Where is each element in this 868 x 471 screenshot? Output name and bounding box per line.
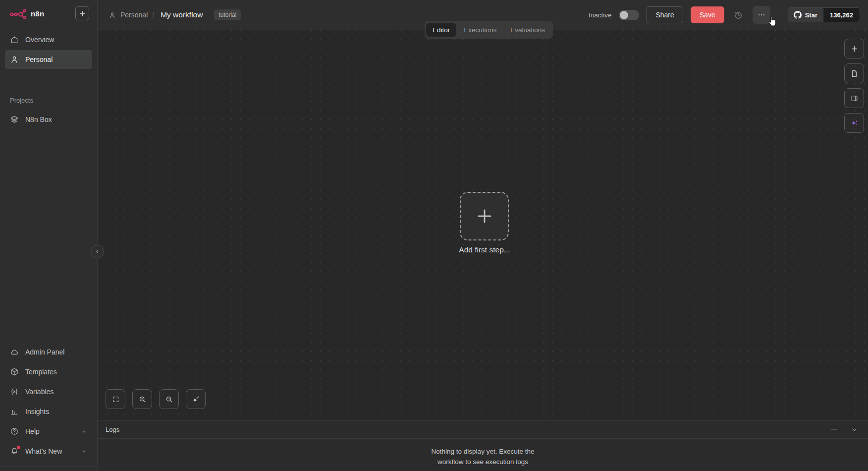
logs-actions — [828, 424, 860, 435]
logs-collapse-button[interactable] — [849, 424, 860, 435]
n8n-app: n8n Overview Personal Proje — [0, 0, 868, 471]
document-icon — [850, 69, 859, 78]
tab-executions[interactable]: Executions — [457, 23, 503, 37]
panel-split-line — [545, 30, 545, 420]
logs-menu-button[interactable] — [828, 424, 840, 435]
ellipsis-icon — [757, 10, 766, 19]
help-icon — [10, 427, 19, 436]
breadcrumb-project[interactable]: Personal — [120, 11, 148, 19]
sidebar-item-label: Variables — [25, 388, 54, 396]
save-button[interactable]: Save — [691, 6, 724, 23]
logs-body: Nothing to display yet. Execute the work… — [98, 439, 868, 467]
workflow-canvas[interactable]: Add first step... — [98, 30, 868, 420]
ellipsis-icon — [830, 426, 838, 433]
sidebar-item-n8n-box[interactable]: N8n Box — [5, 110, 92, 129]
activation-toggle[interactable] — [619, 10, 639, 20]
sparkles-icon — [850, 118, 859, 128]
sidebar-logo-row: n8n — [0, 0, 97, 24]
sidebar-item-label: N8n Box — [25, 116, 52, 123]
user-icon — [10, 55, 19, 64]
github-star-label: Star — [805, 11, 817, 19]
sidebar-item-label: Admin Panel — [25, 348, 64, 356]
workflow-tabs: Editor Executions Evaluations — [425, 21, 553, 39]
sidebar: n8n Overview Personal Proje — [0, 0, 98, 471]
logs-title: Logs — [106, 426, 119, 433]
ai-assistant-button[interactable] — [844, 113, 864, 133]
workflow-title[interactable]: My workflow — [161, 10, 203, 19]
tab-evaluations[interactable]: Evaluations — [504, 23, 551, 37]
header-actions: Inactive Share Save — [589, 6, 860, 24]
logs-panel: Logs Nothing to display yet. Execute the… — [98, 420, 868, 471]
layers-icon — [10, 115, 19, 124]
sidebar-item-label: Help — [25, 427, 40, 435]
zoom-to-fit-button[interactable] — [106, 389, 125, 409]
zoom-out-icon — [165, 395, 173, 404]
plus-icon — [474, 205, 495, 227]
sidebar-item-insights[interactable]: Insights — [5, 402, 92, 421]
add-first-step-label: Add first step... — [439, 245, 530, 254]
n8n-logo[interactable]: n8n — [10, 8, 44, 19]
sidebar-item-personal[interactable]: Personal — [5, 50, 92, 69]
sidebar-item-variables[interactable]: Variables — [5, 382, 92, 401]
notification-dot — [17, 446, 20, 449]
share-button[interactable]: Share — [647, 6, 683, 23]
activation-status-label: Inactive — [589, 11, 612, 19]
github-star-button[interactable]: Star — [788, 8, 823, 22]
sidebar-item-whats-new[interactable]: What's New — [5, 442, 92, 461]
tab-editor[interactable]: Editor — [426, 23, 456, 37]
plus-icon — [79, 10, 86, 17]
zoom-in-button[interactable] — [132, 389, 152, 409]
sidebar-item-label: What's New — [25, 447, 62, 455]
n8n-logo-icon — [10, 8, 27, 19]
chevron-down-icon — [81, 448, 87, 455]
workflow-menu-button[interactable] — [753, 6, 770, 24]
tidy-up-button[interactable] — [186, 389, 206, 409]
add-workflow-button[interactable] — [75, 6, 89, 20]
sidebar-item-admin-panel[interactable]: Admin Panel — [5, 343, 92, 361]
sidebar-spacer — [0, 130, 97, 342]
home-icon — [10, 35, 19, 44]
project-icon — [108, 11, 116, 19]
plus-icon — [850, 45, 859, 53]
chevron-left-icon — [95, 249, 100, 254]
sidebar-item-label: Insights — [25, 408, 49, 415]
github-icon — [794, 11, 802, 19]
sidebar-item-label: Templates — [25, 368, 57, 376]
workflow-history-button[interactable] — [732, 8, 745, 22]
sidebar-item-overview[interactable]: Overview — [5, 30, 92, 49]
sidebar-item-help[interactable]: Help — [5, 422, 92, 441]
breadcrumb-separator: / — [152, 11, 154, 19]
zoom-out-button[interactable] — [159, 389, 179, 409]
package-icon — [10, 367, 19, 376]
fit-view-icon — [111, 395, 120, 404]
cloud-icon — [10, 348, 19, 356]
sidebar-main-nav: Overview Personal — [0, 29, 97, 70]
broom-icon — [192, 395, 200, 404]
sidebar-projects-nav: N8n Box — [0, 109, 97, 130]
chevron-down-icon — [851, 426, 858, 433]
projects-heading: Projects — [10, 97, 97, 104]
github-star-count[interactable]: 136,262 — [823, 8, 860, 22]
sidebar-collapse-button[interactable] — [91, 245, 104, 258]
toggle-knob — [620, 11, 628, 19]
toggle-panel-button[interactable] — [844, 88, 864, 108]
sidebar-item-templates[interactable]: Templates — [5, 362, 92, 381]
panel-right-icon — [850, 94, 859, 103]
github-star-widget[interactable]: Star 136,262 — [788, 7, 860, 22]
variable-icon — [10, 387, 19, 396]
sidebar-bottom-nav: Admin Panel Templates Variables Insights — [0, 342, 97, 462]
logs-empty-message: Nothing to display yet. Execute the work… — [418, 446, 548, 467]
bell-icon — [10, 447, 19, 456]
add-sticky-note-button[interactable] — [844, 63, 864, 83]
add-first-step-button[interactable] — [460, 192, 509, 240]
canvas-controls — [106, 389, 206, 409]
header-divider — [779, 7, 779, 22]
breadcrumb: Personal / My workflow tutorial — [108, 9, 241, 20]
brand-name: n8n — [31, 9, 44, 18]
chevron-down-icon — [81, 428, 87, 435]
bar-chart-icon — [10, 407, 19, 416]
logs-header[interactable]: Logs — [98, 420, 868, 439]
zoom-in-icon — [138, 395, 147, 404]
workflow-tag-badge[interactable]: tutorial — [214, 9, 241, 20]
add-node-button[interactable] — [844, 39, 864, 59]
